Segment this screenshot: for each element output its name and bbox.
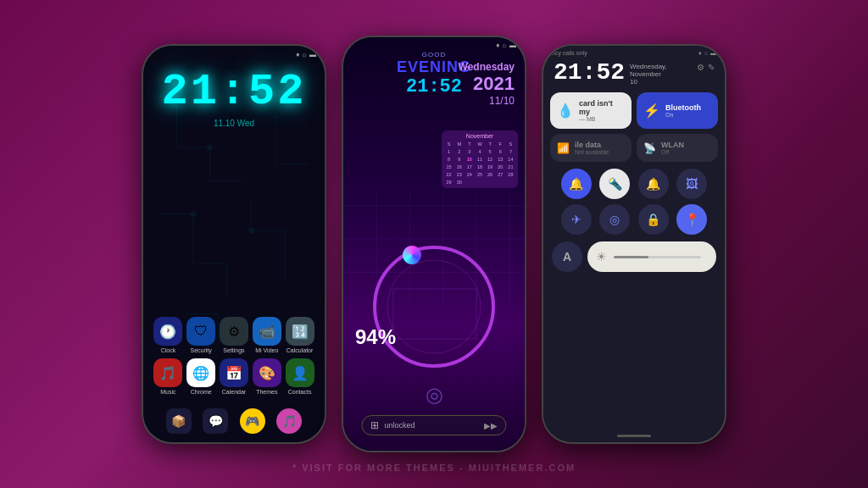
mobile-data-icon: 📶 (557, 142, 570, 154)
app-video[interactable]: 📹 Mi Video (252, 317, 282, 353)
tile-mdata-title: ile data (575, 141, 609, 149)
tile-mobile-data[interactable]: 📶 ile data Not available (550, 134, 632, 162)
s3-a-button[interactable]: A (552, 241, 582, 272)
cal-s: S (444, 141, 453, 147)
cal-6: 6 (496, 148, 505, 155)
themes-label: Themes (256, 389, 277, 395)
cal-5: 5 (486, 148, 495, 155)
app-clock[interactable]: 🕐 Clock (153, 317, 183, 353)
s2-cal-month: November (444, 133, 515, 139)
s3-edit-icon[interactable]: ✎ (708, 63, 715, 72)
app-music[interactable]: 🎵 Music (153, 358, 183, 395)
tile-mdata-sub: Not available (575, 149, 609, 155)
cal-15: 15 (444, 164, 453, 170)
cal-t1: T (465, 141, 474, 147)
screen-2: ♦ ☼ ▬ GOOD EVENING 21:52 Wednesday 2021 … (343, 37, 525, 451)
cal-11: 11 (475, 156, 484, 163)
cal-8: 8 (444, 156, 453, 163)
themes-icon-circle: 🎨 (253, 358, 281, 387)
s2-weekday: Wednesday (459, 61, 515, 73)
s2-calendar: November S M T W T F S 1 2 3 4 5 6 7 8 (442, 130, 518, 188)
brightness-bar (614, 256, 701, 258)
tile-wlan-text: WLAN Off (661, 141, 684, 155)
cal-10: 10 (465, 156, 474, 163)
chrome-label: Chrome (191, 389, 212, 395)
cal-28: 28 (506, 171, 515, 178)
cal-23: 23 (454, 171, 464, 178)
cal-20: 20 (496, 164, 505, 170)
tile-bt-title: Bluetooth (665, 103, 701, 112)
bottom-icon-4[interactable]: 🎵 (276, 408, 302, 434)
s3-date-line2: 10 (630, 78, 692, 86)
s2-ring-container (366, 239, 502, 374)
cal-18: 18 (475, 164, 484, 170)
bottom-icon-3[interactable]: 🎮 (240, 408, 265, 434)
s2-good-text: GOOD (352, 51, 516, 58)
settings-label: Settings (223, 347, 244, 353)
tile-bt-text: Bluetooth On (665, 103, 701, 118)
watermark: * VISIT FOR MORE THEMES - MIUITHEMER.COM (292, 463, 576, 473)
bottom-icon-1[interactable]: 📦 (166, 408, 192, 434)
app-chrome[interactable]: 🌐 Chrome (186, 358, 216, 395)
app-calendar[interactable]: 📅 Calendar (219, 358, 249, 395)
calc-label: Calculator (287, 347, 314, 353)
tile-data-sub: — MB (579, 116, 625, 122)
ctrl-airplane[interactable]: ✈ (561, 204, 592, 235)
s2-ring-svg (366, 239, 502, 374)
tile-wlan[interactable]: 📡 WLAN Off (637, 134, 718, 162)
phone-2: ♦ ☼ ▬ GOOD EVENING 21:52 Wednesday 2021 … (342, 36, 526, 452)
s3-controls-row2: ✈ ◎ 🔒 📍 (543, 202, 725, 236)
s3-controls-row1: 🔔 🔦 🔔 🖼 (543, 165, 725, 202)
app-contacts[interactable]: 👤 Contacts (285, 358, 315, 395)
chrome-icon-circle: 🌐 (186, 358, 215, 387)
tile-data[interactable]: 💧 card isn't my — MB (550, 92, 632, 129)
s3-gear-icon[interactable]: ⚙ (697, 63, 704, 72)
cal-29: 29 (444, 179, 453, 186)
ctrl-lock[interactable]: 🔒 (638, 204, 669, 235)
app-settings[interactable]: ⚙ Settings (219, 317, 249, 353)
s3-statusbar: ncy calls only ♦ ☼ ▬ (543, 46, 725, 58)
svg-point-2 (249, 228, 254, 233)
cal-3: 3 (465, 148, 474, 155)
app-themes[interactable]: 🎨 Themes (252, 358, 282, 395)
svg-point-1 (191, 212, 196, 217)
tile-mdata-text: ile data Not available (575, 141, 609, 155)
s3-home-indicator (617, 435, 651, 437)
cal-2: 2 (454, 148, 464, 155)
clock-label: Clock (161, 347, 176, 353)
tile-bt-sub: On (665, 112, 701, 118)
ctrl-eye[interactable]: ◎ (599, 204, 630, 235)
calendar-label: Calendar (222, 389, 246, 395)
cal-4: 4 (475, 148, 484, 155)
s1-status-icons: ♦ ☼ ▬ (296, 51, 316, 58)
cal-27: 27 (496, 171, 505, 178)
cal-7: 7 (506, 148, 515, 155)
s3-brightness-control[interactable]: ☀ (587, 241, 716, 272)
phones-container: ♦ ☼ ▬ 21:52 11.10 Wed 🕐 Clock 🛡 Security (142, 36, 726, 452)
cal-22: 22 (444, 171, 453, 178)
s2-fingerprint: ◎ (426, 383, 443, 407)
cal-16: 16 (454, 164, 464, 170)
s3-time: 21:52 (554, 61, 625, 85)
ctrl-dnd[interactable]: 🔔 (638, 169, 669, 199)
ctrl-location[interactable]: 📍 (676, 204, 707, 235)
s2-unlock-bar[interactable]: ⊞ unlocked ▶▶ (361, 415, 506, 435)
ctrl-vibrate[interactable]: 🔔 (561, 169, 592, 199)
svg-point-13 (387, 260, 481, 353)
ctrl-screen[interactable]: 🖼 (676, 169, 707, 199)
unlock-arrow: ▶▶ (484, 421, 498, 430)
tile-bluetooth[interactable]: ⚡ Bluetooth On (637, 92, 718, 129)
ctrl-torch[interactable]: 🔦 (599, 169, 630, 199)
cal-s2: S (506, 141, 515, 147)
app-security[interactable]: 🛡 Security (186, 317, 216, 353)
brightness-fill (614, 256, 648, 258)
tile-data-text: card isn't my — MB (579, 99, 625, 122)
clock-icon-circle: 🕐 (153, 317, 182, 346)
bottom-icon-2[interactable]: 💬 (203, 408, 228, 434)
unlock-text: unlocked (384, 421, 478, 430)
s2-statusbar: ♦ ☼ ▬ (343, 37, 525, 51)
app-calculator[interactable]: 🔢 Calculator (285, 317, 315, 353)
s2-date-block: Wednesday 2021 11/10 (459, 61, 515, 107)
s2-battery-pct: 94% (355, 325, 396, 349)
s3-date: Wednesday, November 10 (630, 61, 692, 86)
